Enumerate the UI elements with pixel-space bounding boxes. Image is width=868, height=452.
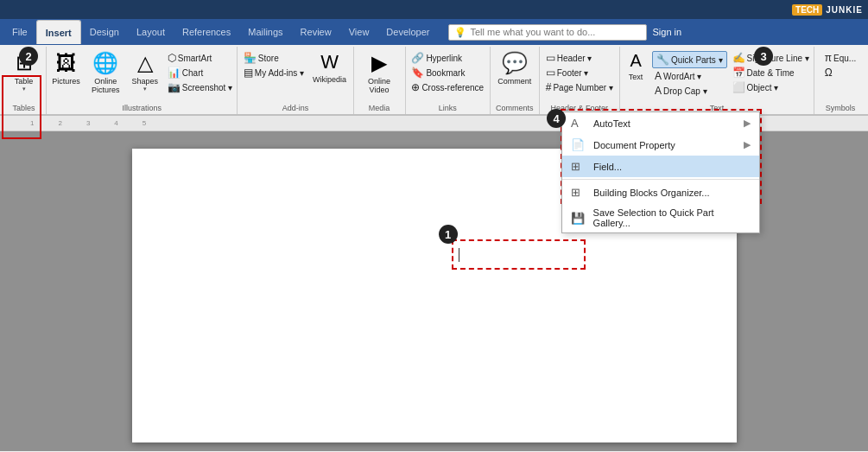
tab-layout[interactable]: Layout	[128, 20, 174, 44]
logo-text: JUNKIE	[826, 5, 863, 15]
online-video-icon: ▶	[371, 51, 387, 75]
drop-cap-icon: A	[655, 85, 662, 97]
annotation-3: 3	[754, 47, 773, 66]
text-group: A Text 🔧 Quick Parts ▾ A WordArt ▾ A Dro…	[620, 47, 814, 114]
symbol-button[interactable]: Ω	[822, 66, 858, 80]
ruler-mark-4: 4	[114, 119, 117, 127]
annotation-2: 2	[19, 47, 38, 66]
comment-icon: 💬	[502, 51, 528, 75]
screenshot-icon: 📷	[168, 81, 181, 93]
shapes-icon: △	[137, 51, 153, 75]
comments-group-label: Comments	[495, 102, 535, 114]
annotation-1: 1	[439, 225, 458, 244]
shapes-button[interactable]: △ Shapes ▾	[128, 49, 162, 94]
bookmark-icon: 🔖	[411, 67, 424, 79]
store-button[interactable]: 🏪 Store	[241, 51, 307, 65]
autotext-icon: A	[571, 117, 588, 130]
wordart-icon: A	[655, 70, 662, 82]
field-item[interactable]: ⊞ Field...	[562, 156, 759, 177]
annotation-4: 4	[547, 109, 566, 128]
autotext-arrow: ▶	[744, 118, 751, 129]
document-property-item[interactable]: 📄 Document Property ▶	[562, 134, 759, 156]
links-group-label: Links	[410, 102, 485, 114]
page-number-icon: #	[546, 81, 552, 93]
text-cursor	[459, 248, 459, 262]
tab-insert[interactable]: Insert	[36, 20, 81, 44]
text-box-icon: A	[630, 51, 641, 71]
date-time-button[interactable]: 📅 Date & Time	[730, 66, 812, 80]
online-pictures-icon: 🌐	[92, 51, 118, 75]
comments-group: 💬 Comment Comments	[491, 47, 540, 114]
shapes-label: Shapes	[132, 77, 159, 86]
table-annotation-outline	[2, 75, 41, 139]
autotext-item[interactable]: A AutoText ▶	[562, 112, 759, 134]
chart-button[interactable]: 📊 Chart	[165, 66, 235, 80]
document-property-label: Document Property	[593, 140, 675, 150]
online-pictures-button[interactable]: 🌐 OnlinePictures	[86, 49, 125, 96]
header-button[interactable]: ▭ Header ▾	[543, 51, 616, 65]
tab-developer[interactable]: Developer	[377, 20, 438, 44]
quick-parts-button[interactable]: 🔧 Quick Parts ▾	[652, 51, 726, 68]
object-button[interactable]: ⬜ Object ▾	[730, 80, 812, 94]
document-property-arrow: ▶	[744, 139, 751, 150]
building-blocks-label: Building Blocks Organizer...	[593, 188, 710, 198]
tab-mailings[interactable]: Mailings	[239, 20, 291, 44]
smartart-button[interactable]: ⬡ SmartArt	[165, 51, 235, 65]
save-selection-item[interactable]: 💾 Save Selection to Quick Part Gallery..…	[562, 203, 759, 232]
comment-label: Comment	[497, 77, 531, 86]
signature-line-icon: ✍	[732, 52, 745, 64]
field-label: Field...	[593, 162, 622, 172]
footer-button[interactable]: ▭ Footer ▾	[543, 66, 616, 80]
media-group-label: Media	[358, 102, 401, 114]
search-bar[interactable]: 💡	[448, 24, 647, 41]
autotext-label: AutoText	[593, 118, 630, 129]
symbols-group: π Equ... Ω Symbols	[814, 47, 866, 114]
drop-cap-button[interactable]: A Drop Cap ▾	[652, 84, 726, 98]
footer-icon: ▭	[546, 67, 555, 79]
text-box-button[interactable]: A Text	[622, 49, 649, 83]
tab-review[interactable]: Review	[292, 20, 340, 44]
pictures-label: Pictures	[52, 77, 80, 86]
equation-icon: π	[825, 52, 832, 64]
equation-button[interactable]: π Equ...	[822, 51, 858, 65]
field-icon: ⊞	[571, 160, 588, 173]
wikipedia-button[interactable]: W Wikipedia	[309, 49, 350, 86]
media-group: ▶ OnlineVideo Media	[354, 47, 406, 114]
pictures-button[interactable]: 🖼 Pictures	[48, 49, 84, 87]
tab-file[interactable]: File	[3, 20, 36, 44]
object-icon: ⬜	[732, 81, 745, 93]
online-video-label: OnlineVideo	[368, 77, 390, 94]
my-addins-button[interactable]: ▤ My Add-ins ▾	[241, 66, 307, 80]
search-input[interactable]	[470, 27, 641, 37]
screenshot-button[interactable]: 📷 Screenshot ▾	[165, 80, 235, 94]
header-icon: ▭	[546, 52, 555, 64]
save-selection-icon: 💾	[571, 212, 588, 225]
links-group: 🔗 Hyperlink 🔖 Bookmark ⊕ Cross-reference…	[406, 47, 491, 114]
wordart-button[interactable]: A WordArt ▾	[652, 69, 726, 83]
tab-view[interactable]: View	[340, 20, 378, 44]
quick-parts-dropdown: A AutoText ▶ 📄 Document Property ▶ ⊞ Fie…	[561, 111, 760, 233]
menu-separator	[562, 179, 759, 180]
store-icon: 🏪	[244, 52, 257, 64]
wikipedia-label: Wikipedia	[313, 75, 346, 84]
bookmark-button[interactable]: 🔖 Bookmark	[409, 66, 486, 80]
comment-button[interactable]: 💬 Comment	[494, 49, 535, 87]
page-number-button[interactable]: # Page Number ▾	[543, 80, 616, 94]
addins-group: 🏪 Store ▤ My Add-ins ▾ W Wikipedia Add-i…	[238, 47, 353, 114]
building-blocks-icon: ⊞	[571, 186, 588, 199]
tab-references[interactable]: References	[174, 20, 239, 44]
illustrations-group: 🖼 Pictures 🌐 OnlinePictures △ Shapes ▾ ⬡…	[47, 47, 238, 114]
tab-design[interactable]: Design	[81, 20, 128, 44]
cross-reference-button[interactable]: ⊕ Cross-reference	[409, 80, 486, 94]
date-time-icon: 📅	[732, 67, 745, 79]
ribbon-content: ⊞ Table ▾ Tables 🖼 Pictures 🌐 OnlinePict…	[0, 45, 868, 116]
ruler-mark-2: 2	[58, 119, 61, 127]
illustrations-col2: ⬡ SmartArt 📊 Chart 📷 Screenshot ▾	[165, 49, 235, 96]
online-video-button[interactable]: ▶ OnlineVideo	[362, 49, 396, 96]
header-footer-group: ▭ Header ▾ ▭ Footer ▾ # Page Number ▾ He…	[540, 47, 620, 114]
hyperlink-button[interactable]: 🔗 Hyperlink	[409, 51, 486, 65]
addins-group-label: Add-ins	[242, 102, 348, 114]
sign-in-button[interactable]: Sign in	[652, 27, 681, 37]
building-blocks-item[interactable]: ⊞ Building Blocks Organizer...	[562, 181, 759, 203]
illustrations-group-label: Illustrations	[51, 102, 232, 114]
